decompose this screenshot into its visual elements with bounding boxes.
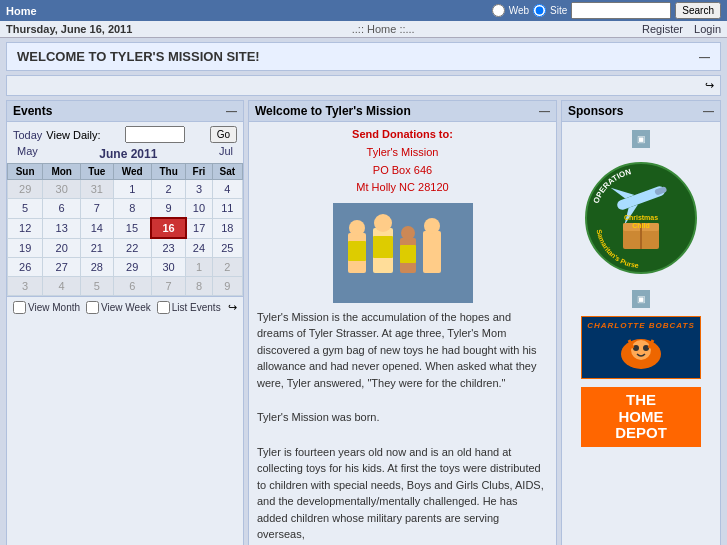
- calendar-day[interactable]: 3: [186, 180, 212, 199]
- calendar-day[interactable]: 9: [151, 199, 185, 219]
- calendar-day[interactable]: 30: [151, 258, 185, 277]
- calendar-day[interactable]: 5: [8, 199, 43, 219]
- calendar-day[interactable]: 29: [113, 258, 151, 277]
- mission-para2: Tyler's Mission was born.: [257, 409, 548, 426]
- calendar-nav: Today View Daily: 6/16/2011 Go: [7, 122, 243, 145]
- calendar-day[interactable]: 19: [8, 238, 43, 258]
- calendar-day[interactable]: 25: [212, 238, 242, 258]
- calendar-day[interactable]: 2: [151, 180, 185, 199]
- calendar-day[interactable]: 6: [43, 199, 81, 219]
- calendar-day[interactable]: 23: [151, 238, 185, 258]
- register-link[interactable]: Register: [642, 23, 683, 35]
- homedepot-logo: THE HOME DEPOT: [581, 387, 701, 447]
- calendar-day[interactable]: 8: [186, 277, 212, 296]
- sponsor-placeholder-1: ▣: [632, 130, 650, 148]
- home-link[interactable]: Home: [6, 5, 37, 17]
- go-button[interactable]: Go: [210, 126, 237, 143]
- calendar-day[interactable]: 4: [43, 277, 81, 296]
- list-events-label[interactable]: List Events: [157, 301, 221, 314]
- sponsors-content: ▣: [562, 122, 720, 453]
- site-radio[interactable]: [533, 4, 546, 17]
- calendar-day[interactable]: 12: [8, 218, 43, 238]
- occ-logo-container: OPERATION Samaritan's Purse Christmas Ch…: [581, 158, 701, 280]
- main-row: Events — Today View Daily: 6/16/2011 Go …: [6, 100, 721, 545]
- calendar-day[interactable]: 31: [81, 180, 114, 199]
- mission-photo: [333, 203, 473, 303]
- web-radio[interactable]: [492, 4, 505, 17]
- svg-text:Child: Child: [632, 222, 650, 229]
- calendar-day[interactable]: 7: [81, 199, 114, 219]
- calendar-day[interactable]: 18: [212, 218, 242, 238]
- view-month-label[interactable]: View Month: [13, 301, 80, 314]
- search-button[interactable]: Search: [675, 2, 721, 19]
- calendar-day[interactable]: 14: [81, 218, 114, 238]
- events-close-icon[interactable]: —: [226, 105, 237, 117]
- date-input[interactable]: 6/16/2011: [125, 126, 185, 143]
- bobcats-logo: CHARLOTTE BOBCATS: [581, 316, 701, 379]
- calendar-day[interactable]: 10: [186, 199, 212, 219]
- prev-month-link[interactable]: May: [17, 145, 38, 163]
- calendar-day[interactable]: 2: [212, 258, 242, 277]
- calendar-day[interactable]: 15: [113, 218, 151, 238]
- banner-close-icon[interactable]: —: [699, 51, 710, 63]
- calendar-day[interactable]: 21: [81, 238, 114, 258]
- calendar-day[interactable]: 26: [8, 258, 43, 277]
- day-tue: Tue: [81, 164, 114, 180]
- view-week-check[interactable]: [86, 301, 99, 314]
- calendar-day[interactable]: 5: [81, 277, 114, 296]
- view-links: View Month View Week List Events: [13, 301, 221, 314]
- list-events-check[interactable]: [157, 301, 170, 314]
- view-week-label[interactable]: View Week: [86, 301, 151, 314]
- calendar-day[interactable]: 6: [113, 277, 151, 296]
- calendar-week-row: 262728293012: [8, 258, 243, 277]
- calendar-day[interactable]: 3: [8, 277, 43, 296]
- calendar-week-row: 567891011: [8, 199, 243, 219]
- svg-point-6: [401, 226, 415, 240]
- org-name: Tyler's Mission: [257, 144, 548, 162]
- welcome-panel-title: Welcome to Tyler's Mission: [255, 104, 411, 118]
- calendar-day[interactable]: 30: [43, 180, 81, 199]
- calendar-day[interactable]: 13: [43, 218, 81, 238]
- calendar-day[interactable]: 1: [113, 180, 151, 199]
- calendar-day[interactable]: 1: [186, 258, 212, 277]
- calendar-day[interactable]: 28: [81, 258, 114, 277]
- calendar-day[interactable]: 4: [212, 180, 242, 199]
- calendar-day[interactable]: 9: [212, 277, 242, 296]
- calendar-day[interactable]: 24: [186, 238, 212, 258]
- calendar-day[interactable]: 7: [151, 277, 185, 296]
- calendar-week-row: 2930311234: [8, 180, 243, 199]
- svg-text:Christmas: Christmas: [624, 214, 658, 221]
- welcome-title: WELCOME TO TYLER'S MISSION SITE!: [17, 49, 260, 64]
- view-month-check[interactable]: [13, 301, 26, 314]
- calendar-day[interactable]: 8: [113, 199, 151, 219]
- welcome-panel: Welcome to Tyler's Mission — Send Donati…: [248, 100, 557, 545]
- calendar-day[interactable]: 16: [151, 218, 185, 238]
- calendar-day[interactable]: 11: [212, 199, 242, 219]
- day-mon: Mon: [43, 164, 81, 180]
- calendar-day[interactable]: 20: [43, 238, 81, 258]
- welcome-close-icon[interactable]: —: [539, 105, 550, 117]
- calendar-day[interactable]: 29: [8, 180, 43, 199]
- calendar-day[interactable]: 17: [186, 218, 212, 238]
- sponsor-placeholder-2: ▣: [632, 290, 650, 308]
- sponsors-close-icon[interactable]: —: [703, 105, 714, 117]
- welcome-content: Send Donations to: Tyler's Mission PO Bo…: [249, 122, 556, 545]
- today-link[interactable]: Today: [13, 129, 42, 141]
- calendar-table: Sun Mon Tue Wed Thu Fri Sat 293031123456…: [7, 163, 243, 296]
- search-area: Web Site Search: [492, 2, 721, 19]
- bobcats-city: CHARLOTTE BOBCATS: [584, 321, 698, 330]
- next-month-link[interactable]: Jul: [219, 145, 233, 163]
- arrow-icon: ↪: [705, 79, 714, 91]
- month-nav: May June 2011 Jul: [7, 145, 243, 163]
- calendar-footer: View Month View Week List Events ↪: [7, 296, 243, 318]
- search-input[interactable]: [571, 2, 671, 19]
- svg-point-4: [374, 214, 392, 232]
- calendar-day[interactable]: 27: [43, 258, 81, 277]
- svg-rect-10: [373, 236, 393, 258]
- calendar-day[interactable]: 22: [113, 238, 151, 258]
- calendar-body: 2930311234567891011121314151617181920212…: [8, 180, 243, 296]
- mission-para1: Tyler's Mission is the accumulation of t…: [257, 309, 548, 392]
- login-link[interactable]: Login: [694, 23, 721, 35]
- svg-point-8: [424, 218, 440, 234]
- mission-para3: Tyler is fourteen years old now and is a…: [257, 444, 548, 543]
